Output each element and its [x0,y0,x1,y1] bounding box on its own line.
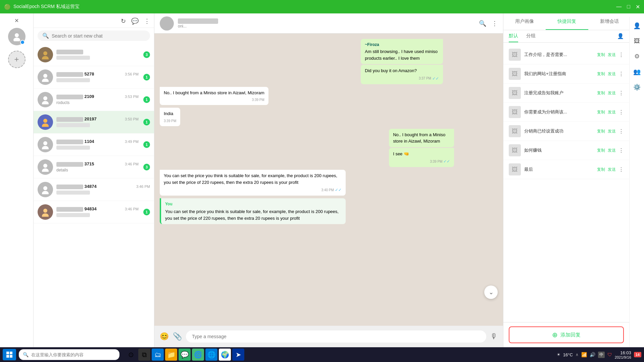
taskbar-search-input[interactable] [31,352,115,357]
chat-items: 3 5278 3:56 PM 1 [34,44,154,347]
taskbar-network-icon[interactable]: 📶 [581,352,587,357]
qr-copy-button[interactable]: 复制 [597,167,605,172]
more-icon[interactable]: ⋮ [144,17,150,25]
list-item[interactable]: 1104 3:49 PM 1 [34,134,154,156]
list-item[interactable]: 3715 3:46 PM details 3 [34,156,154,178]
qr-more-icon[interactable]: ⋮ [618,109,624,115]
add-reply-button[interactable]: ⊕ 添加回复 [509,326,624,343]
qr-send-button[interactable]: 发送 [608,52,616,58]
sub-tab-search-icon[interactable]: 👤 [617,33,624,42]
contact-name-blurred [56,162,83,167]
chat-time: 3:56 PM [125,72,139,76]
attachment-icon[interactable]: 📎 [173,332,182,341]
qr-more-icon[interactable]: ⋮ [618,52,624,58]
refresh-icon[interactable]: ↻ [121,17,126,25]
list-item[interactable]: 34874 3:46 PM [34,178,154,201]
emoji-icon[interactable]: 😊 [160,332,169,341]
start-button[interactable] [3,349,16,360]
qr-send-button[interactable]: 发送 [608,71,616,77]
user-profile-side-icon[interactable]: 👤 [633,22,641,30]
image-side-icon[interactable]: 🖼 [634,38,640,45]
right-panel-tabs: 用户画像 快捷回复 新增会话 ⊕ [503,13,644,30]
contacts-side-icon[interactable]: 👥 [633,68,641,75]
msg-text: I see 🤜 [393,151,450,157]
sub-tab-default[interactable]: 默认 [509,33,518,42]
scroll-down-button[interactable]: ⌄ [484,286,498,299]
minimize-button[interactable]: — [616,4,622,10]
taskbar-antivirus-icon[interactable]: 🛡 [607,352,612,357]
list-item[interactable]: 2109 3:53 PM roducts 1 [34,89,154,111]
search-chat-icon[interactable]: 🔍 [479,20,486,27]
message-group-outgoing: ~Firoza Am still browsing.. I have used … [361,39,498,84]
taskbar-app-chrome[interactable]: 🌍 [219,349,231,361]
chat-list-header: ↻ 💬 ⋮ [34,13,154,28]
chat-icon[interactable]: 💬 [131,17,139,25]
avatar [38,137,53,152]
qr-send-button[interactable]: 发送 [608,148,616,153]
taskbar-keyboard-icon[interactable]: 中 [598,352,605,358]
svg-point-10 [43,141,47,145]
tab-new-chat[interactable]: 新增会话 [588,13,631,30]
qr-more-icon[interactable]: ⋮ [618,71,624,77]
sub-tab-group[interactable]: 分组 [526,33,536,42]
taskbar-app-arrow[interactable]: ➤ [232,349,244,361]
qr-copy-button[interactable]: 复制 [597,109,605,115]
taskbar-weather-icon: ☀ [557,352,560,357]
qr-copy-button[interactable]: 复制 [597,90,605,96]
taskbar-app-folder[interactable]: 📁 [165,349,177,361]
taskbar-app-blue[interactable]: 🗂 [152,349,164,361]
maximize-button[interactable]: □ [627,4,630,10]
message-input[interactable] [186,330,486,343]
taskbar-chevron-icon[interactable]: ∧ [576,352,579,357]
taskbar-app-taskview[interactable]: ⧉ [138,349,150,361]
close-button[interactable]: ✕ [636,4,640,10]
list-item[interactable]: 20197 3:50 PM 1 [34,111,154,134]
chat-preview-blurred [56,78,90,82]
group-side-icon[interactable]: ⚙ [634,53,640,60]
contact-name-blurred [56,50,83,54]
taskbar-speaker-icon[interactable]: 🔊 [590,352,595,357]
msg-bubble: You can set the price you think is suita… [160,170,346,196]
qr-text: 注册完成告知我账户 [524,90,594,96]
taskbar-app-edge[interactable]: 🌐 [205,349,217,361]
qr-send-button[interactable]: 发送 [608,128,616,134]
close-icon-left[interactable]: ✕ [13,16,20,25]
qr-actions: 复制 发送 ⋮ [597,128,624,135]
tab-user-profile[interactable]: 用户画像 [503,13,546,30]
qr-send-button[interactable]: 发送 [608,109,616,115]
svg-point-5 [42,79,49,82]
settings-side-icon[interactable]: ⚙️ [633,84,641,91]
qr-more-icon[interactable]: ⋮ [618,128,624,135]
avatar [38,182,53,197]
list-item[interactable]: 5278 3:56 PM 1 [34,66,154,89]
qr-image-icon: 🖼 [509,68,521,80]
qr-more-icon[interactable]: ⋮ [618,147,624,154]
taskbar-clock[interactable]: 16:03 2021/9/16 [615,350,631,359]
qr-image-icon: 🖼 [509,49,521,61]
qr-more-icon[interactable]: ⋮ [618,166,624,173]
qr-copy-button[interactable]: 复制 [597,71,605,77]
tab-quick-reply[interactable]: 快捷回复 [546,13,588,30]
self-avatar[interactable] [8,28,26,45]
qr-copy-button[interactable]: 复制 [597,148,605,153]
mic-icon[interactable]: 🎙 [490,332,498,341]
quick-reply-item: 🖼 你需要成为分销商该... 复制 发送 ⋮ [503,103,629,122]
qr-copy-button[interactable]: 复制 [597,52,605,58]
chat-list-panel: ↻ 💬 ⋮ 🔍 [34,13,154,347]
taskbar-notification-count[interactable]: 14 [634,352,641,357]
taskbar-app-wechat[interactable]: 💬 [179,349,191,361]
list-item[interactable]: 3 [34,44,154,66]
qr-more-icon[interactable]: ⋮ [618,90,624,96]
taskbar-time-text: 16:03 [615,350,631,355]
qr-send-button[interactable]: 发送 [608,167,616,172]
list-item[interactable]: 94834 3:46 PM 1 [34,201,154,223]
taskbar-app-green[interactable]: 🌀 [192,349,204,361]
add-account-button[interactable]: + [8,51,26,68]
search-input[interactable] [52,33,145,39]
qr-send-button[interactable]: 发送 [608,90,616,96]
taskbar-app-cortana[interactable]: ⊙ [125,349,137,361]
qr-copy-button[interactable]: 复制 [597,128,605,134]
svg-point-15 [42,191,49,194]
svg-point-4 [43,74,47,78]
chat-more-icon[interactable]: ⋮ [492,20,498,27]
